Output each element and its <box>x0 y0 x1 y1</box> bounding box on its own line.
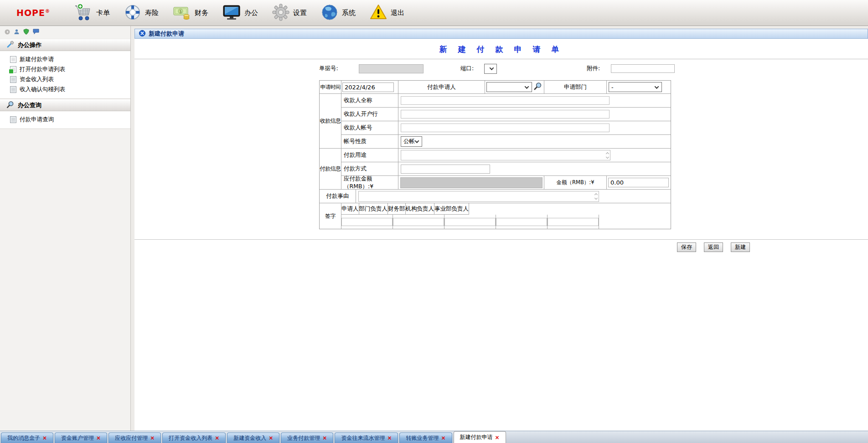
close-icon[interactable]: × <box>441 435 445 441</box>
page-title: 新 建 付 款 申 请 单 <box>134 44 868 55</box>
sidebar-item[interactable]: 资金收入列表 <box>0 74 130 84</box>
taskbar-tab[interactable]: 资金账户管理 × <box>55 433 107 443</box>
close-icon[interactable]: × <box>387 435 392 441</box>
office-operations-list: 新建付款申请 打开付款申请列表 资金收入列表 收入确认勾稽列表 <box>0 51 130 99</box>
signature-input[interactable] <box>496 218 547 226</box>
list-icon <box>10 86 16 93</box>
shield-icon[interactable] <box>23 29 29 36</box>
payment-method-label: 付款方式 <box>341 162 398 176</box>
applicant-label: 付款申请人 <box>398 81 485 94</box>
taskbar-tab[interactable]: 打开资金收入列表 × <box>162 433 226 443</box>
close-icon[interactable]: × <box>269 435 273 441</box>
signature-input[interactable] <box>548 218 599 226</box>
office-query-list: 付款申请查询 <box>0 111 130 129</box>
action-button[interactable]: 返回 <box>704 242 723 252</box>
payment-method-field[interactable] <box>401 165 490 174</box>
close-icon[interactable]: × <box>322 435 327 441</box>
attachment-field[interactable] <box>611 64 675 73</box>
apply-time-field[interactable] <box>342 82 394 92</box>
action-button[interactable]: 新建 <box>731 242 750 252</box>
payment-reason-field[interactable] <box>358 191 599 202</box>
nav-card-order-button[interactable]: 卡单 <box>74 3 110 23</box>
payment-form-table: 申请时间 付款申请人 申请部门 - <box>319 80 671 229</box>
chevron-down-icon <box>525 84 529 89</box>
divider <box>134 59 868 59</box>
chevron-down-icon <box>415 139 419 143</box>
signature-column-header: 事业部负责人 <box>434 203 469 215</box>
payee-name-label: 收款人全称 <box>341 94 398 108</box>
nav-settings-button[interactable]: 设置 <box>272 3 307 23</box>
close-icon[interactable]: × <box>150 435 155 441</box>
payee-section-label: 收款信息 <box>320 94 341 149</box>
taskbar-tab[interactable]: 新建资金收入 × <box>227 433 279 443</box>
chat-bubble-icon[interactable] <box>33 29 39 36</box>
form-actions: 保存返回新建 <box>134 242 868 252</box>
signature-input[interactable] <box>393 218 444 226</box>
sidebar-item[interactable]: 新建付款申请 <box>0 54 130 64</box>
taskbar-tab[interactable]: 我的消息盒子 × <box>1 433 53 443</box>
payment-purpose-field[interactable] <box>401 150 610 160</box>
chevron-down-icon <box>490 66 494 70</box>
account-type-label: 帐号性质 <box>341 135 398 149</box>
taskbar-tab[interactable]: 业务付款管理 × <box>281 433 333 443</box>
port-select[interactable] <box>484 64 497 74</box>
signature-input[interactable] <box>341 218 393 226</box>
close-icon[interactable] <box>139 30 145 38</box>
chevron-down-icon <box>655 84 659 89</box>
scroll-arrows-icon <box>595 194 597 199</box>
taskbar-tab[interactable]: 转账业务管理 × <box>399 433 452 443</box>
doc-no-field <box>359 64 424 73</box>
taskbar-tab[interactable]: 应收应付管理 × <box>108 433 161 443</box>
doc-icon <box>10 56 16 63</box>
nav-office-button[interactable]: 办公 <box>222 3 258 23</box>
gear-icon <box>272 3 290 23</box>
lifebuoy-icon <box>124 3 142 23</box>
signature-column-header: 部门负责人 <box>359 203 388 215</box>
signature-column-header: 财务部 <box>388 203 406 215</box>
sidebar: 办公操作 新建付款申请 打开付款申请列表 资金收入列表 <box>0 26 131 431</box>
signature-input[interactable] <box>444 218 496 226</box>
top-toolbar: HOPE® 卡单 寿险 <box>0 0 868 26</box>
close-icon[interactable]: × <box>96 435 101 441</box>
monitor-icon <box>222 3 241 23</box>
user-icon[interactable] <box>14 29 20 36</box>
sidebar-item[interactable]: 打开付款申请列表 <box>0 64 130 74</box>
apply-time-label: 申请时间 <box>320 81 341 94</box>
sidebar-section-office-query[interactable]: 办公查询 <box>0 99 130 111</box>
collapse-arrow-icon[interactable] <box>5 29 10 36</box>
nav-life-insurance-button[interactable]: 寿险 <box>124 3 159 23</box>
port-label: 端口: <box>460 65 474 72</box>
search-icon[interactable] <box>533 82 542 92</box>
action-button[interactable]: 保存 <box>677 242 696 252</box>
apply-dept-select[interactable]: - <box>609 82 662 92</box>
account-type-select[interactable]: 公帐 <box>401 136 422 147</box>
signature-input-row <box>341 215 671 229</box>
sidebar-item[interactable]: 付款申请查询 <box>0 114 130 124</box>
payee-name-field[interactable] <box>401 96 610 105</box>
nav-system-button[interactable]: 系统 <box>320 3 356 23</box>
sidebar-mini-toolbar <box>0 26 130 39</box>
payable-amount-label: 应付款金额（RMB）:¥ <box>341 176 398 190</box>
payee-bank-field[interactable] <box>401 110 610 118</box>
list-icon <box>10 76 16 83</box>
nav-exit-button[interactable]: 退出 <box>369 4 404 22</box>
tools-icon <box>6 41 14 50</box>
amount-field[interactable] <box>608 178 669 187</box>
main-nav: 卡单 寿险 $ 财务 <box>74 3 404 23</box>
applicant-select[interactable] <box>486 82 532 92</box>
taskbar-tab[interactable]: 新建付款申请 × <box>454 431 506 443</box>
payee-account-field[interactable] <box>401 124 610 132</box>
sidebar-section-office-operations[interactable]: 办公操作 <box>0 39 130 51</box>
doc-no-label: 单据号: <box>319 65 338 72</box>
attachment-label: 附件: <box>587 65 600 72</box>
payment-reason-label: 付款事由 <box>320 190 356 203</box>
app-logo: HOPE® <box>16 8 50 18</box>
taskbar-tab[interactable]: 资金往来流水管理 × <box>335 433 398 443</box>
close-icon[interactable]: × <box>42 435 47 441</box>
sidebar-item[interactable]: 收入确认勾稽列表 <box>0 84 130 94</box>
signature-column-header: 申请人 <box>341 203 359 215</box>
nav-finance-button[interactable]: $ 财务 <box>172 3 208 23</box>
view-tab-header: 新建付款申请 <box>134 29 868 39</box>
close-icon[interactable]: × <box>215 435 219 441</box>
close-icon[interactable]: × <box>495 434 500 441</box>
